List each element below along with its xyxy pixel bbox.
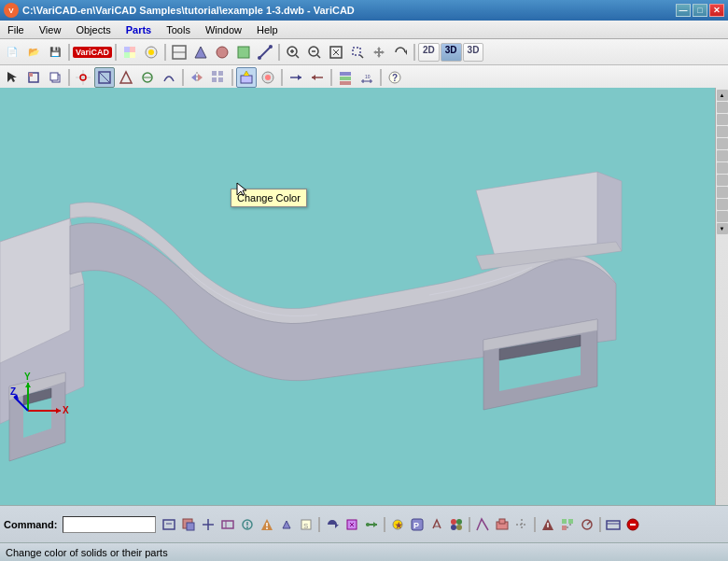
bottom-btn-14[interactable] (427, 515, 446, 534)
bottom-btn-15[interactable] (447, 515, 466, 534)
mode-3d-btn1[interactable]: 3D (441, 43, 462, 62)
sidebar-btn-10[interactable] (717, 199, 728, 210)
close-button[interactable]: ✕ (709, 4, 724, 17)
tb-color2[interactable] (141, 42, 161, 63)
sidebar-btn-12[interactable]: ▼ (717, 223, 728, 234)
tb2-snap[interactable] (73, 67, 93, 88)
menu-window[interactable]: Window (198, 21, 249, 38)
sidebar-btn-1[interactable]: ▲ (717, 90, 728, 101)
tb-item3[interactable] (212, 42, 232, 63)
bottom-btn-22[interactable] (604, 515, 623, 534)
sidebar-btn-6[interactable] (717, 150, 728, 161)
tb-item1[interactable] (169, 42, 189, 63)
tb2-active1[interactable] (94, 67, 115, 88)
svg-point-9 (217, 47, 228, 58)
tb2-arrow1[interactable] (286, 67, 306, 88)
tb2-select[interactable] (2, 67, 22, 88)
bottom-btn-17[interactable] (493, 515, 511, 534)
menu-objects[interactable]: Objects (68, 21, 118, 38)
mode-3d-btn2[interactable]: 3D (463, 43, 484, 62)
sidebar-btn-7[interactable] (717, 162, 728, 174)
right-sidebar: ▲ ▼ (715, 88, 728, 506)
bottom-btn-9[interactable] (323, 515, 342, 534)
xyz-indicator: X Y Z (9, 369, 75, 427)
bottom-btn-20[interactable] (558, 515, 577, 534)
maximize-button[interactable]: □ (693, 4, 707, 17)
command-input[interactable] (63, 516, 156, 533)
sidebar-btn-2[interactable] (717, 102, 728, 113)
bottom-btn-11[interactable] (362, 515, 381, 534)
svg-rect-50 (340, 81, 351, 85)
bottom-btn-18[interactable] (512, 515, 531, 534)
tb2-arrow2[interactable] (307, 67, 328, 88)
tb-item4[interactable] (233, 42, 254, 63)
minimize-button[interactable]: — (676, 4, 691, 17)
svg-text:P: P (413, 521, 419, 530)
bottom-btn-23[interactable] (623, 515, 642, 534)
menu-help[interactable]: Help (249, 21, 286, 38)
tb-zoom-fit[interactable] (326, 42, 346, 63)
bottom-btn-21[interactable] (578, 515, 596, 534)
svg-point-12 (258, 56, 261, 60)
svg-point-100 (366, 523, 370, 526)
bottom-btn-1[interactable] (160, 515, 178, 534)
svg-line-11 (259, 47, 271, 58)
bottom-btn-2[interactable] (179, 515, 198, 534)
bottom-btn-6[interactable] (258, 515, 276, 534)
tb-new[interactable]: 📄 (2, 42, 22, 63)
mode-2d-btn[interactable]: 2D (418, 43, 440, 62)
bottom-btn-19[interactable] (539, 515, 557, 534)
bottom-sep5 (599, 517, 601, 532)
tb2-tool1[interactable] (116, 67, 136, 88)
tb-pan[interactable] (369, 42, 389, 63)
bottom-btn-5[interactable] (238, 515, 257, 534)
svg-marker-45 (298, 75, 301, 80)
tb2-tool3[interactable] (159, 67, 179, 88)
sidebar-btn-8[interactable] (717, 175, 728, 186)
tb-zoom-in[interactable] (283, 42, 303, 63)
tb-rotate[interactable] (390, 42, 411, 63)
sep6 (68, 69, 70, 86)
tb-save[interactable]: 💾 (45, 42, 65, 63)
tb2-edit[interactable] (23, 67, 44, 88)
sidebar-btn-11[interactable] (717, 211, 728, 222)
tb2-layers[interactable] (335, 67, 356, 88)
tb-zoom-window[interactable] (347, 42, 368, 63)
sidebar-btn-5[interactable] (717, 138, 728, 149)
bottom-btn-12[interactable]: ★ (388, 515, 407, 534)
tb2-color-change[interactable] (236, 67, 257, 88)
svg-rect-22 (353, 48, 360, 55)
canvas-area[interactable]: Change Color X Y Z (0, 88, 715, 506)
tb2-mirror[interactable] (187, 67, 207, 88)
svg-line-23 (360, 55, 363, 58)
svg-point-5 (148, 49, 154, 55)
svg-rect-2 (124, 52, 130, 58)
bottom-btn-16[interactable] (473, 515, 492, 534)
sidebar-btn-4[interactable] (717, 126, 728, 137)
bottom-btn-13[interactable]: P (408, 515, 427, 534)
menu-file[interactable]: File (0, 21, 32, 38)
menu-parts[interactable]: Parts (119, 21, 160, 38)
svg-rect-26 (29, 73, 33, 77)
cursor-indicator (235, 181, 246, 196)
tb2-tool2[interactable] (137, 67, 158, 88)
tb-zoom-out[interactable] (304, 42, 325, 63)
bottom-btn-7[interactable] (277, 515, 296, 534)
tb-item2[interactable] (190, 42, 211, 63)
tb-color1[interactable] (119, 42, 140, 63)
sidebar-btn-9[interactable] (717, 187, 728, 198)
menu-view[interactable]: View (32, 21, 69, 38)
sidebar-btn-3[interactable] (717, 114, 728, 125)
tb2-copy[interactable] (45, 67, 65, 88)
tb2-help[interactable]: ? (385, 67, 405, 88)
bottom-btn-3[interactable] (199, 515, 217, 534)
bottom-btn-4[interactable] (218, 515, 237, 534)
bottom-btn-8[interactable]: S (297, 515, 315, 534)
tb-open[interactable]: 📂 (23, 42, 44, 63)
tb-item5[interactable] (255, 42, 275, 63)
tb2-dim[interactable]: 10 (357, 67, 377, 88)
tb2-color2[interactable] (258, 67, 278, 88)
bottom-btn-10[interactable] (343, 515, 361, 534)
tb2-array[interactable] (208, 67, 229, 88)
menu-tools[interactable]: Tools (159, 21, 198, 38)
